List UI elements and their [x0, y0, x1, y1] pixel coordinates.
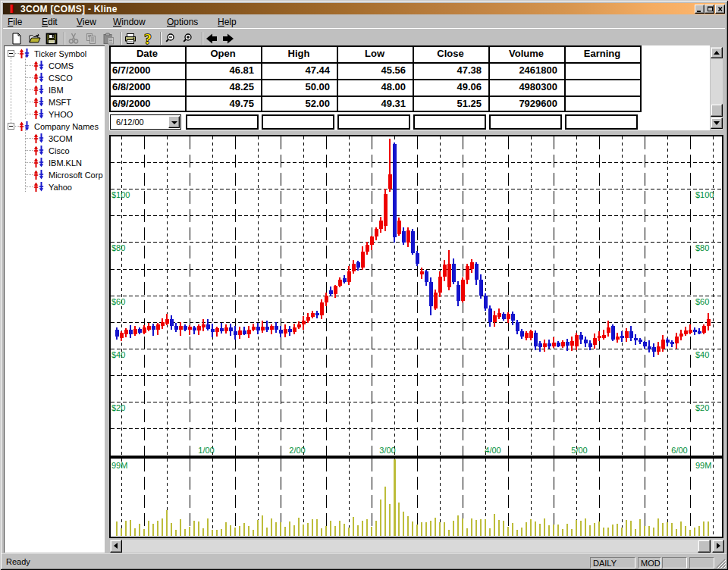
svg-text:1/00: 1/00	[198, 446, 214, 455]
svg-text:$20: $20	[695, 403, 709, 412]
svg-text:$40: $40	[695, 350, 709, 359]
svg-text:$100: $100	[111, 190, 130, 199]
svg-text:$100: $100	[695, 190, 714, 199]
svg-text:4/00: 4/00	[485, 446, 500, 455]
svg-text:$80: $80	[695, 243, 709, 252]
svg-text:$80: $80	[111, 243, 125, 252]
svg-text:$40: $40	[111, 350, 125, 359]
svg-text:?: ?	[144, 33, 152, 45]
svg-text:$60: $60	[111, 297, 125, 306]
svg-text:3/00: 3/00	[379, 446, 395, 455]
svg-text:5/00: 5/00	[571, 446, 587, 455]
svg-text:99M: 99M	[695, 461, 711, 470]
svg-text:99M: 99M	[111, 461, 127, 470]
svg-text:$60: $60	[695, 297, 709, 306]
svg-text:6/00: 6/00	[671, 446, 687, 455]
svg-text:2/00: 2/00	[289, 446, 305, 455]
svg-text:$20: $20	[111, 403, 125, 412]
